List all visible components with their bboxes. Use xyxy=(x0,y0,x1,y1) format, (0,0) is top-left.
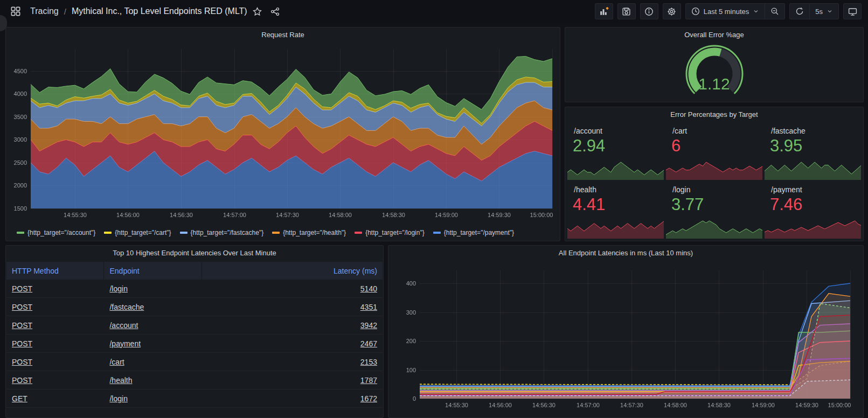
panel-overall-error: Overall Error %age 1.12 xyxy=(565,27,864,102)
stat-cell-fastcache: /fastcache3.95 xyxy=(765,123,861,180)
table-cell-link[interactable]: 4351 xyxy=(360,303,377,311)
panel-title-latency-chart[interactable]: All Endpoint Latencies in ms (Last 10 mi… xyxy=(388,246,863,261)
time-range-group: Last 5 minutes xyxy=(685,3,786,19)
table-cell-link[interactable]: 2153 xyxy=(360,358,377,366)
stat-label: /health xyxy=(574,185,596,194)
gauge-value: 1.12 xyxy=(565,75,863,93)
zoom-out-time-button[interactable] xyxy=(765,4,784,19)
time-range-picker[interactable]: Last 5 minutes xyxy=(686,4,765,19)
table-cell: 1787 xyxy=(202,371,383,389)
table-cell-link[interactable]: /payment xyxy=(109,339,141,348)
table-cell: POST xyxy=(6,335,104,352)
dashboard-title: Mythical Inc., Top Level Endpoints RED (… xyxy=(72,6,247,16)
stat-value: 2.94 xyxy=(573,136,605,156)
table-cell-link[interactable]: /health xyxy=(109,376,132,385)
column-header-1[interactable]: Endpoint xyxy=(104,262,202,280)
legend-swatch xyxy=(180,232,188,234)
legend-item-5[interactable]: {http_target="/payment"} xyxy=(433,229,514,236)
panel-request-rate: Request Rate {http_target="/account"}{ht… xyxy=(5,27,560,241)
save-dashboard-button[interactable] xyxy=(617,3,636,19)
panel-title-error-by-target[interactable]: Error Percentages by Target xyxy=(565,107,863,122)
request-rate-chart-canvas[interactable] xyxy=(9,43,557,226)
table-cell-link[interactable]: /login xyxy=(109,394,127,403)
table-cell-link[interactable]: POST xyxy=(12,321,32,330)
table-cell-link[interactable]: GET xyxy=(12,394,27,403)
legend-item-2[interactable]: {http_target="/fastcache"} xyxy=(180,229,264,236)
table-cell: 4351 xyxy=(202,298,383,316)
legend-label: {http_target="/login"} xyxy=(365,229,425,236)
table-cell-link[interactable]: /account xyxy=(109,321,138,330)
panel-latency-table: Top 10 Highest Endpoint Latencies Over L… xyxy=(5,245,384,418)
refresh-button[interactable] xyxy=(790,4,809,19)
stat-cell-health: /health4.41 xyxy=(567,182,664,239)
table-row: POST/cart2153 xyxy=(6,353,383,371)
legend-swatch xyxy=(17,232,24,234)
table-cell: POST xyxy=(6,298,104,316)
table-cell-link[interactable]: 1672 xyxy=(360,394,377,403)
stat-cell-account: /account2.94 xyxy=(567,123,664,180)
add-panel-button[interactable] xyxy=(595,3,613,19)
table-row: POST/account3942 xyxy=(6,316,383,335)
column-header-2[interactable]: Latency (ms) xyxy=(202,262,383,280)
table-cell-link[interactable]: POST xyxy=(12,284,32,293)
request-rate-legend: {http_target="/account"}{http_target="/c… xyxy=(17,227,557,239)
table-row: POST/payment2467 xyxy=(6,335,383,353)
stat-label: /cart xyxy=(672,127,687,135)
top-navigation-bar: Tracing / Mythical Inc., Top Level Endpo… xyxy=(0,0,868,23)
table-cell: POST xyxy=(6,316,104,334)
stat-sparkline xyxy=(666,159,762,180)
table-cell-link[interactable]: 5140 xyxy=(360,284,377,293)
table-cell-link[interactable]: /cart xyxy=(109,358,124,366)
legend-item-3[interactable]: {http_target="/health"} xyxy=(272,229,346,236)
panel-title-request-rate[interactable]: Request Rate xyxy=(6,27,560,43)
table-cell: 5140 xyxy=(202,280,383,297)
stat-label: /payment xyxy=(771,185,802,194)
stat-label: /account xyxy=(574,127,602,135)
table-cell-link[interactable]: POST xyxy=(12,339,32,348)
stat-cell-login: /login3.77 xyxy=(666,182,762,239)
panel-title-latency-table[interactable]: Top 10 Highest Endpoint Latencies Over L… xyxy=(6,246,383,261)
table-cell: POST xyxy=(6,353,104,371)
refresh-interval-label: 5s xyxy=(815,8,823,16)
panel-error-by-target: Error Percentages by Target /account2.94… xyxy=(565,107,864,241)
column-header-0[interactable]: HTTP Method xyxy=(6,262,104,280)
share-icon[interactable] xyxy=(270,7,280,16)
apps-grid-icon[interactable] xyxy=(6,3,25,19)
table-cell-link[interactable]: /login xyxy=(109,284,127,293)
latency-chart-canvas[interactable] xyxy=(392,262,860,415)
table-row: GET/login1672 xyxy=(6,389,383,408)
panel-latency-chart: All Endpoint Latencies in ms (Last 10 mi… xyxy=(388,245,864,418)
chevron-down-icon xyxy=(827,8,833,15)
dashboard-insights-button[interactable] xyxy=(640,3,658,19)
table-cell-link[interactable]: POST xyxy=(12,358,32,366)
stat-sparkline xyxy=(765,218,861,239)
breadcrumb-folder[interactable]: Tracing xyxy=(30,6,59,16)
table-cell-link[interactable]: POST xyxy=(12,303,32,311)
table-cell-link[interactable]: 3942 xyxy=(360,321,377,330)
table-cell: /login xyxy=(104,389,202,407)
table-cell: /login xyxy=(104,280,202,297)
stat-sparkline xyxy=(567,218,664,239)
star-icon[interactable] xyxy=(253,7,262,16)
table-cell: /payment xyxy=(104,335,202,352)
stat-sparkline xyxy=(567,159,664,180)
table-cell: /cart xyxy=(104,353,202,371)
table-cell-link[interactable]: POST xyxy=(12,376,32,385)
time-range-label: Last 5 minutes xyxy=(704,8,749,16)
table-row: POST/login5140 xyxy=(6,280,383,298)
table-header-row: HTTP MethodEndpointLatency (ms) xyxy=(6,262,383,280)
refresh-interval-picker[interactable]: 5s xyxy=(810,4,838,19)
stat-label: /login xyxy=(672,185,690,194)
panel-title-overall-error[interactable]: Overall Error %age xyxy=(565,27,863,43)
dashboard-settings-button[interactable] xyxy=(663,3,681,19)
stat-sparkline xyxy=(765,159,861,180)
legend-item-0[interactable]: {http_target="/account"} xyxy=(17,229,95,236)
legend-item-1[interactable]: {http_target="/cart"} xyxy=(104,229,171,236)
table-cell: POST xyxy=(6,280,104,297)
kiosk-mode-button[interactable] xyxy=(843,3,862,19)
table-cell-link[interactable]: /fastcache xyxy=(109,303,144,311)
legend-swatch xyxy=(355,232,362,234)
table-cell-link[interactable]: 2467 xyxy=(360,339,377,348)
table-cell-link[interactable]: 1787 xyxy=(360,376,377,385)
legend-item-4[interactable]: {http_target="/login"} xyxy=(355,229,425,236)
